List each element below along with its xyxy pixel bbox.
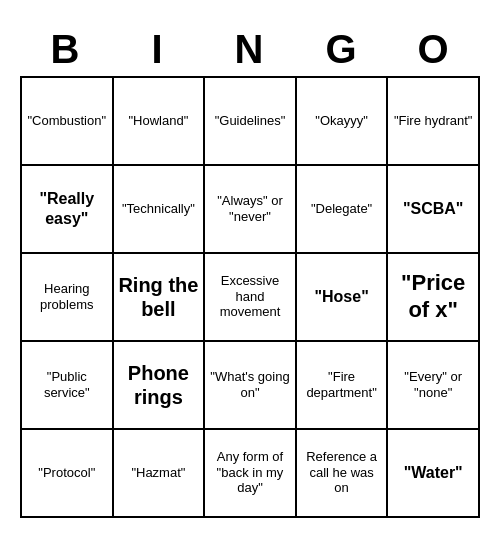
letter-o: O: [391, 27, 477, 72]
bingo-cell-19: "Every" or "none": [388, 342, 480, 430]
bingo-cell-22: Any form of "back in my day": [205, 430, 297, 518]
bingo-cell-11: Ring the bell: [114, 254, 206, 342]
bingo-cell-2: "Guidelines": [205, 78, 297, 166]
bingo-cell-3: "Okayyy": [297, 78, 389, 166]
letter-g: G: [299, 27, 385, 72]
bingo-cell-1: "Howland": [114, 78, 206, 166]
bingo-cell-14: "Price of x": [388, 254, 480, 342]
bingo-cell-5: "Really easy": [22, 166, 114, 254]
bingo-cell-0: "Combustion": [22, 78, 114, 166]
bingo-cell-24: "Water": [388, 430, 480, 518]
bingo-cell-13: "Hose": [297, 254, 389, 342]
bingo-cell-12: Excessive hand movement: [205, 254, 297, 342]
bingo-cell-16: Phone rings: [114, 342, 206, 430]
bingo-cell-15: "Public service": [22, 342, 114, 430]
bingo-cell-6: "Technically": [114, 166, 206, 254]
bingo-cell-9: "SCBA": [388, 166, 480, 254]
bingo-cell-23: Reference a call he was on: [297, 430, 389, 518]
bingo-cell-20: "Protocol": [22, 430, 114, 518]
bingo-card: B I N G O "Combustion""Howland""Guidelin…: [10, 17, 490, 528]
bingo-cell-7: "Always" or "never": [205, 166, 297, 254]
bingo-title: B I N G O: [20, 27, 480, 72]
letter-i: I: [115, 27, 201, 72]
bingo-cell-21: "Hazmat": [114, 430, 206, 518]
bingo-cell-17: "What's going on": [205, 342, 297, 430]
bingo-cell-18: "Fire department": [297, 342, 389, 430]
bingo-cell-10: Hearing problems: [22, 254, 114, 342]
bingo-cell-8: "Delegate": [297, 166, 389, 254]
bingo-cell-4: "Fire hydrant": [388, 78, 480, 166]
bingo-grid: "Combustion""Howland""Guidelines""Okayyy…: [20, 76, 480, 518]
letter-n: N: [207, 27, 293, 72]
letter-b: B: [23, 27, 109, 72]
